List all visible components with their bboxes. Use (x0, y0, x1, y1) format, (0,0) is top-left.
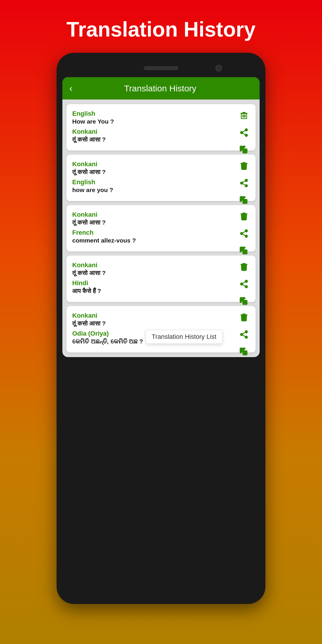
svg-rect-19 (243, 199, 247, 204)
svg-line-18 (243, 181, 245, 182)
svg-point-33 (240, 333, 243, 336)
svg-rect-13 (243, 149, 247, 153)
svg-line-17 (243, 184, 245, 185)
svg-point-26 (245, 280, 247, 283)
svg-rect-6 (244, 114, 244, 117)
target-lang-2: English (72, 178, 232, 186)
share-icon-5 (239, 330, 249, 339)
share-button-5[interactable] (238, 328, 250, 341)
translation-card-2: Konkani तूं कसो आसा ? English how are yo… (66, 155, 256, 201)
translation-card-4: Konkani तूं कसो आसा ? Hindi आप कैसे हैं … (66, 256, 256, 302)
app-bar-title: Translation History (77, 84, 243, 93)
card-content-1: English How are You ? Konkani तूं कसो आस… (72, 110, 250, 146)
card-content-4: Konkani तूं कसो आसा ? Hindi आप कैसे हैं … (72, 261, 250, 297)
svg-point-16 (245, 184, 247, 187)
share-button-3[interactable] (238, 227, 250, 240)
svg-point-14 (245, 179, 247, 182)
svg-rect-31 (243, 300, 247, 305)
svg-rect-7 (245, 114, 245, 117)
delete-button-2[interactable] (238, 159, 250, 172)
translation-card-3: Konkani तूं कसो आसा ? French comment all… (66, 205, 256, 252)
source-lang-2: Konkani (72, 160, 232, 168)
phone-camera (216, 65, 222, 71)
copy-icon (239, 145, 249, 155)
svg-point-34 (245, 336, 247, 338)
page-title: Translation History (0, 0, 322, 53)
svg-line-11 (243, 133, 245, 135)
svg-point-9 (240, 131, 243, 134)
target-lang-4: Hindi (72, 279, 232, 287)
copy-icon-5 (239, 347, 249, 357)
share-icon-4 (239, 279, 249, 289)
source-lang-4: Konkani (72, 261, 232, 269)
share-icon (239, 128, 249, 137)
source-text-4: तूं कसो आसा ? (72, 269, 232, 276)
source-text-5: तूं कसो आसा ? (72, 320, 232, 327)
share-icon-3 (239, 229, 249, 238)
delete-button-3[interactable] (238, 210, 250, 222)
translation-card-5: Translation History List Konkani तूं कसो… (66, 306, 256, 352)
target-text-4: आप कैसे हैं ? (72, 287, 232, 294)
phone-screen: ‹ Translation History English How are Yo… (62, 77, 260, 357)
card-content-3: Konkani तूं कसो आसा ? French comment all… (72, 211, 250, 247)
target-lang-3: French (72, 229, 232, 236)
card-content-2: Konkani तूं कसो आसा ? English how are yo… (72, 160, 250, 196)
svg-rect-25 (243, 250, 247, 254)
svg-point-32 (245, 331, 247, 333)
svg-line-36 (243, 332, 245, 334)
source-text-2: तूं कसो आसा ? (72, 169, 232, 176)
delete-icon-2 (239, 161, 249, 170)
target-text-2: how are you ? (72, 187, 232, 193)
svg-point-15 (240, 182, 243, 184)
target-text-1: तूं कसो आसा ? (72, 136, 232, 143)
delete-icon-3 (239, 211, 249, 221)
svg-line-23 (243, 234, 245, 236)
source-lang-1: English (72, 110, 232, 117)
source-text-1: How are You ? (72, 118, 232, 125)
delete-button-1[interactable] (238, 109, 250, 122)
copy-icon-3 (239, 246, 249, 256)
delete-button-4[interactable] (238, 260, 250, 273)
delete-icon (239, 111, 249, 120)
icons-column-5 (238, 311, 250, 357)
target-text-3: comment allez-vous ? (72, 237, 232, 244)
copy-button-5[interactable] (238, 345, 250, 357)
svg-line-12 (243, 131, 245, 132)
cards-container: English How are You ? Konkani तूं कसो आस… (62, 100, 260, 357)
phone-top-bar (62, 61, 260, 75)
share-button-4[interactable] (238, 278, 250, 290)
svg-line-35 (243, 335, 245, 337)
copy-icon-4 (239, 297, 249, 306)
delete-icon-5 (239, 312, 249, 322)
target-lang-1: Konkani (72, 128, 232, 135)
share-button-1[interactable] (238, 126, 250, 139)
delete-icon-4 (239, 262, 249, 271)
share-button-2[interactable] (238, 177, 250, 189)
icons-column-4 (238, 260, 250, 308)
svg-point-10 (245, 134, 247, 136)
share-icon-2 (239, 178, 249, 188)
icons-column-2 (238, 159, 250, 207)
svg-point-28 (245, 285, 247, 288)
copy-icon-2 (239, 196, 249, 205)
source-lang-5: Konkani (72, 312, 232, 319)
phone-frame: ‹ Translation History English How are Yo… (57, 53, 265, 604)
svg-point-8 (245, 129, 247, 131)
icons-column-1 (238, 109, 250, 156)
svg-rect-37 (243, 351, 247, 355)
svg-point-21 (240, 232, 243, 235)
tooltip-badge: Translation History List (146, 330, 222, 344)
svg-line-24 (243, 231, 245, 233)
svg-point-27 (240, 283, 243, 285)
icons-column-3 (238, 210, 250, 257)
app-bar: ‹ Translation History (62, 77, 260, 100)
source-text-3: तूं कसो आसा ? (72, 219, 232, 226)
translation-card: English How are You ? Konkani तूं कसो आस… (66, 104, 256, 151)
svg-rect-5 (243, 114, 243, 117)
back-button[interactable]: ‹ (69, 83, 73, 94)
svg-line-30 (243, 282, 245, 283)
delete-button-5[interactable] (238, 311, 250, 323)
svg-line-29 (243, 285, 245, 286)
phone-wrapper: ‹ Translation History English How are Yo… (0, 53, 322, 604)
source-lang-3: Konkani (72, 211, 232, 218)
